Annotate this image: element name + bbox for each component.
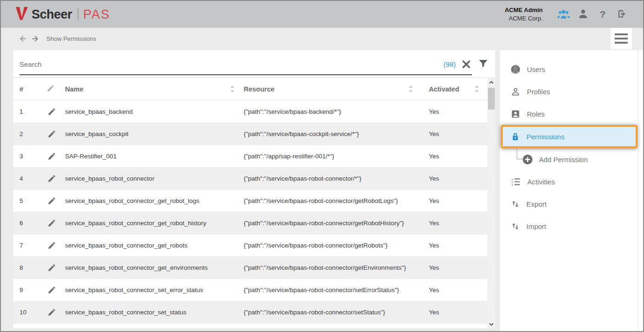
- row-number: 5: [13, 197, 39, 204]
- table-row[interactable]: 8 service_bpaas_robot_connector_get_envi…: [13, 257, 487, 279]
- app-header: Scheer PAS ACME Admin ACME Corp.: [1, 1, 643, 28]
- row-number: 1: [13, 108, 39, 115]
- sidebar-item-roles[interactable]: Roles: [500, 103, 643, 125]
- sidebar-item-export[interactable]: Export: [500, 193, 643, 215]
- permission-activated: Yes: [422, 264, 487, 271]
- sidebar-item-label: Profiles: [527, 88, 550, 96]
- pencil-icon: [47, 286, 56, 294]
- forward-button[interactable]: [29, 33, 41, 45]
- edit-permission-button[interactable]: [46, 307, 57, 318]
- breadcrumb: Show Permissions: [46, 35, 96, 42]
- logo-divider: [78, 8, 79, 20]
- permission-name: SAP-Restifier_001: [65, 153, 244, 160]
- help-button[interactable]: ?: [593, 5, 612, 24]
- sidebar-item-permissions[interactable]: Permissions: [503, 127, 636, 146]
- row-number: 7: [13, 242, 39, 249]
- search-field: (98): [20, 55, 472, 75]
- permission-name: service_bpaas_robot_connector_get_robot_…: [65, 220, 244, 227]
- back-button[interactable]: [17, 33, 29, 45]
- svg-text:3: 3: [512, 183, 513, 186]
- edit-permission-button[interactable]: [46, 285, 57, 295]
- chevron-down-icon: [489, 323, 494, 326]
- table-row[interactable]: 3 SAP-Restifier_001 {"path":"/app/sap-re…: [13, 145, 487, 168]
- permission-activated: Yes: [422, 108, 487, 115]
- pencil-icon: [47, 219, 56, 228]
- sort-activated-button[interactable]: [473, 83, 481, 95]
- edit-permission-button[interactable]: [46, 218, 57, 228]
- numbered-list-icon: 1 2 3: [511, 177, 521, 187]
- table-row[interactable]: 6 service_bpaas_robot_connector_get_robo…: [13, 212, 487, 234]
- edit-permission-button[interactable]: [46, 173, 57, 184]
- edit-permission-button[interactable]: [46, 106, 57, 117]
- lock-icon: [511, 132, 520, 142]
- row-number: 3: [13, 153, 39, 160]
- table-row[interactable]: 1 service_bpaas_backend {"path":"/servic…: [13, 101, 487, 123]
- permission-activated: Yes: [422, 220, 487, 227]
- sidebar-item-users[interactable]: Users: [500, 58, 643, 80]
- user-management-button[interactable]: [554, 5, 573, 24]
- scheer-pas-logo[interactable]: Scheer PAS: [15, 6, 110, 23]
- sidebar-item-profiles[interactable]: Profiles: [500, 80, 643, 103]
- clear-search-button[interactable]: [460, 59, 472, 70]
- result-count: (98): [443, 60, 456, 68]
- table-row[interactable]: 4 service_bpaas_robot_connector {"path":…: [13, 168, 487, 190]
- permission-resource: {"path":"/service/bpaas-cockpit-service/…: [244, 130, 423, 137]
- edit-permission-button[interactable]: [46, 195, 57, 206]
- breadcrumb-bar: Show Permissions: [1, 28, 643, 49]
- filter-icon: [479, 59, 488, 68]
- sidebar-item-label: Import: [526, 222, 546, 230]
- scrollbar-thumb[interactable]: [488, 88, 495, 110]
- table-row[interactable]: 7 service_bpaas_robot_connector_get_robo…: [13, 234, 487, 257]
- permission-activated: Yes: [422, 242, 487, 249]
- table-row[interactable]: 5 service_bpaas_robot_connector_get_robo…: [13, 190, 487, 212]
- search-input[interactable]: [20, 60, 440, 68]
- sidebar-menu-toggle[interactable]: [611, 28, 632, 49]
- row-number: 8: [13, 264, 39, 271]
- table-row[interactable]: 2 service_bpaas_cockpit {"path":"/servic…: [13, 123, 487, 145]
- person-icon: [578, 8, 589, 21]
- sidebar-item-import[interactable]: Import: [500, 215, 643, 237]
- permission-resource: {"path":"/service/bpaas-robot-connector/…: [244, 309, 423, 316]
- edit-permission-button[interactable]: [46, 151, 57, 162]
- column-header-name: Name: [65, 85, 84, 93]
- sort-name-button[interactable]: [228, 83, 237, 95]
- permission-resource: {"path":"/app/sap-restifier-001/*"}: [244, 153, 423, 160]
- permission-resource: {"path":"/service/bpaas-robot-connector/…: [244, 242, 423, 249]
- permission-resource: {"path":"/service/bpaas-robot-connector/…: [244, 264, 423, 271]
- add-circle-icon: [522, 154, 533, 165]
- permission-resource: {"path":"/service/bpaas-robot-connector/…: [244, 197, 423, 204]
- main-content: (98) # Name: [1, 49, 643, 331]
- pencil-icon: [47, 308, 56, 317]
- edit-permission-button[interactable]: [46, 129, 57, 139]
- filter-button[interactable]: [477, 58, 490, 70]
- edit-column-icon: [46, 84, 55, 92]
- sidebar-item-activities[interactable]: 1 2 3 Activities: [500, 170, 643, 193]
- row-number: 4: [13, 175, 39, 182]
- edit-permission-button[interactable]: [46, 240, 57, 251]
- swap-vertical-icon: [511, 199, 520, 209]
- permission-name: service_bpaas_backend: [65, 108, 244, 115]
- table-row[interactable]: 9 service_bpaas_robot_connector_set_erro…: [13, 279, 487, 301]
- logout-button[interactable]: [612, 5, 632, 24]
- sidebar-item-label: Users: [527, 65, 545, 73]
- edit-permission-button[interactable]: [46, 262, 57, 273]
- profile-button[interactable]: [573, 5, 593, 24]
- column-header-resource: Resource: [244, 85, 275, 93]
- row-number: 10: [13, 309, 39, 316]
- table-row[interactable]: 10 service_bpaas_robot_connector_set_sta…: [13, 301, 487, 324]
- pencil-icon: [47, 263, 56, 272]
- permission-activated: Yes: [422, 286, 487, 293]
- permission-resource: {"path":"/service/bpaas-robot-connector/…: [244, 175, 423, 182]
- column-header-edit: [39, 84, 65, 94]
- sort-resource-button[interactable]: [407, 83, 415, 95]
- pencil-icon: [47, 152, 56, 161]
- permission-activated: Yes: [422, 309, 487, 316]
- pencil-icon: [47, 130, 56, 138]
- permission-activated: Yes: [422, 175, 487, 182]
- pencil-icon: [47, 241, 56, 250]
- person-outline-icon: [511, 87, 520, 97]
- table-scrollbar[interactable]: [487, 78, 495, 328]
- scroll-down-button[interactable]: [487, 320, 495, 328]
- table-body: 1 service_bpaas_backend {"path":"/servic…: [13, 101, 487, 328]
- scroll-up-button[interactable]: [487, 78, 495, 86]
